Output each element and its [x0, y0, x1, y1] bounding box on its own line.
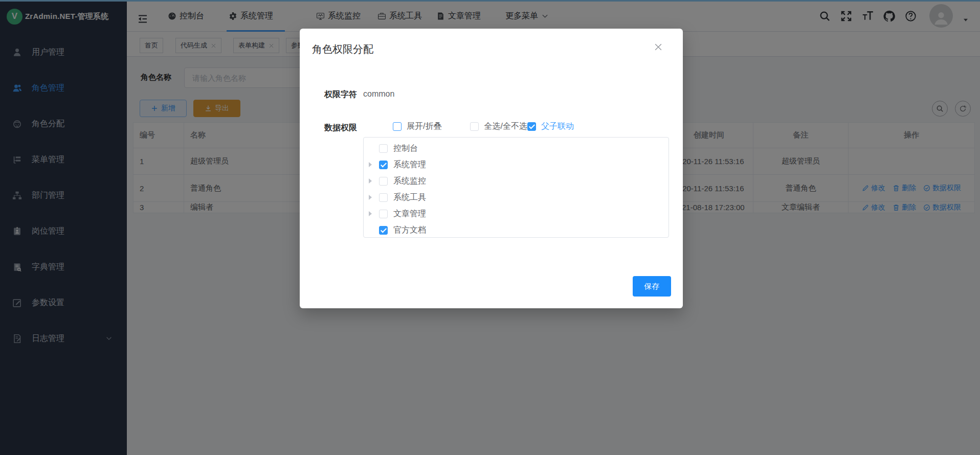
tree-node[interactable]: 文章管理 — [364, 206, 669, 222]
expand-arrow-icon — [369, 211, 374, 216]
data-scope-label: 数据权限 — [300, 123, 357, 133]
tree-node-label: 控制台 — [393, 143, 418, 154]
checkbox[interactable] — [470, 122, 479, 131]
tree-node[interactable]: 控制台 — [364, 140, 669, 156]
tree-node-checkbox[interactable] — [379, 210, 388, 218]
permission-tree: 控制台 系统管理 系统监控 系统工具 — [363, 137, 669, 238]
role-permission-dialog: 角色权限分配 权限字符 common 数据权限 展开/折叠 全选/全不选 父子联… — [300, 29, 683, 308]
checkbox[interactable] — [527, 122, 536, 131]
tree-option-label: 父子联动 — [541, 121, 574, 132]
tree-option-label: 展开/折叠 — [407, 121, 441, 132]
tree-node-checkbox[interactable] — [379, 177, 388, 186]
tree-option: 展开/折叠 — [393, 121, 441, 132]
tree-node-label: 文章管理 — [393, 209, 426, 219]
tree-node-checkbox[interactable] — [379, 161, 388, 169]
tree-options-row: 展开/折叠 全选/全不选 父子联动 — [363, 121, 574, 132]
perm-string-value: common — [363, 89, 394, 99]
expand-arrow-icon — [369, 195, 374, 200]
tree-node[interactable]: 官方文档 — [364, 222, 669, 238]
tree-node[interactable]: 系统监控 — [364, 173, 669, 189]
close-icon[interactable] — [654, 42, 663, 52]
save-button[interactable]: 保存 — [633, 276, 671, 297]
tree-node[interactable]: 系统工具 — [364, 189, 669, 206]
tree-node-label: 官方文档 — [393, 225, 426, 236]
tree-node-checkbox[interactable] — [379, 193, 388, 202]
app-root: V ZrAdmin.NET-管理系统 用户管理 角色管理 — [0, 0, 980, 455]
perm-string-label: 权限字符 — [300, 89, 357, 100]
tree-node-label: 系统监控 — [393, 176, 426, 187]
expand-arrow-icon — [369, 162, 374, 167]
dialog-title: 角色权限分配 — [312, 42, 373, 56]
tree-node[interactable]: 系统管理 — [364, 156, 669, 173]
checkbox[interactable] — [393, 122, 402, 131]
tree-option: 全选/全不选 — [470, 121, 527, 132]
tree-option: 父子联动 — [527, 121, 574, 132]
tree-node-checkbox[interactable] — [379, 226, 388, 235]
tree-node-checkbox[interactable] — [379, 144, 388, 153]
tree-node-label: 系统管理 — [393, 160, 426, 170]
expand-arrow-icon — [369, 178, 374, 184]
tree-option-label: 全选/全不选 — [484, 121, 527, 132]
tree-node-label: 系统工具 — [393, 192, 426, 203]
